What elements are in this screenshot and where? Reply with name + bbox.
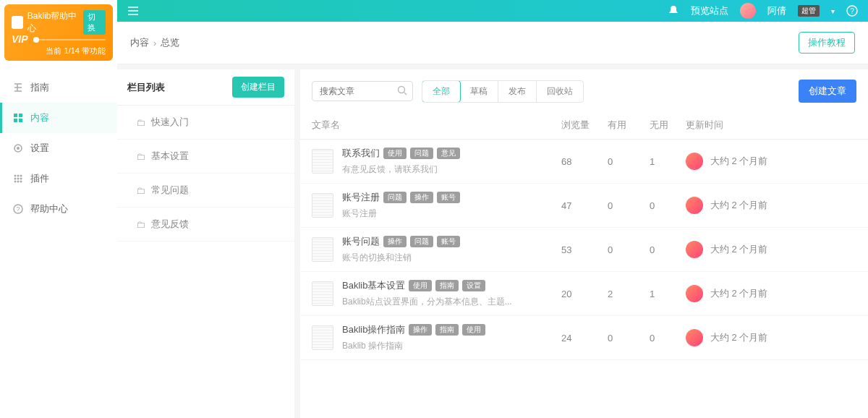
bell-icon[interactable] [668, 5, 679, 17]
article-tag: 问题 [383, 192, 407, 203]
cell-useless: 0 [650, 333, 686, 344]
table-row[interactable]: 账号问题 操作问题账号 账号的切换和注销 53 0 0 大约 2 个月前 [300, 228, 868, 272]
article-tag: 操作 [409, 324, 432, 336]
table-row[interactable]: Baklib基本设置 使用指南设置 Baklib站点设置界面，分为基本信息、主题… [300, 272, 868, 316]
article-tag: 使用 [383, 148, 407, 159]
author-avatar [686, 285, 703, 302]
svg-point-10 [17, 178, 20, 180]
cell-views: 20 [561, 289, 608, 299]
create-article-button[interactable]: 创建文章 [799, 80, 856, 103]
article-desc: Baklib 操作指南 [342, 340, 561, 352]
article-tag: 指南 [435, 324, 459, 336]
article-tag: 指南 [435, 280, 459, 291]
nav-plugins[interactable]: 插件 [0, 163, 117, 194]
cell-useful: 0 [608, 244, 650, 255]
article-title[interactable]: 账号注册 [342, 191, 380, 204]
filter-published[interactable]: 发布 [498, 81, 537, 102]
breadcrumb-current: 总览 [161, 36, 179, 49]
guide-icon [13, 82, 23, 93]
table-row[interactable]: Baklib操作指南 操作指南使用 Baklib 操作指南 24 0 0 大约 … [300, 316, 868, 360]
user-role-badge: 超管 [798, 5, 820, 17]
search-icon[interactable] [397, 85, 407, 95]
help-circle-icon[interactable]: ? [846, 5, 858, 17]
doc-thumb-icon [312, 237, 333, 262]
article-tag: 问题 [410, 148, 433, 159]
site-logo [12, 16, 23, 29]
vip-progress [33, 39, 106, 40]
chevron-down-icon[interactable]: ▾ [831, 7, 835, 15]
article-desc: Baklib站点设置界面，分为基本信息、主题... [342, 296, 561, 308]
svg-rect-2 [14, 119, 17, 122]
nav-settings[interactable]: 设置 [0, 133, 117, 163]
folder-icon: 🗀 [136, 151, 145, 162]
cell-useless: 1 [650, 289, 686, 299]
user-name: 阿倩 [767, 4, 786, 17]
author-avatar [686, 329, 703, 346]
cell-useless: 1 [650, 156, 686, 167]
nav-content[interactable]: 内容 [0, 103, 117, 133]
table-header: 文章名 浏览量 有用 无用 更新时间 [300, 111, 868, 140]
column-item[interactable]: 🗀 基本设置 [117, 140, 294, 174]
article-desc: 有意见反馈，请联系我们 [342, 163, 561, 176]
svg-point-11 [20, 178, 22, 180]
svg-point-6 [14, 175, 17, 177]
folder-icon: 🗀 [136, 185, 145, 196]
table-row[interactable]: 账号注册 问题操作账号 账号注册 47 0 0 大约 2 个月前 [300, 184, 868, 228]
cell-useful: 0 [608, 333, 650, 344]
article-tag: 账号 [437, 192, 460, 203]
article-tag: 使用 [409, 280, 432, 291]
svg-point-19 [399, 87, 405, 93]
svg-text:?: ? [16, 205, 20, 213]
create-column-button[interactable]: 创建栏目 [232, 77, 284, 98]
tutorial-button[interactable]: 操作教程 [799, 32, 855, 54]
article-tag: 意见 [437, 148, 460, 159]
breadcrumb-root[interactable]: 内容 [130, 36, 149, 49]
vip-card: Baklib帮助中心 切换 VIP 当前 1/14 带功能 [4, 4, 113, 61]
cell-time: 大约 2 个月前 [710, 243, 767, 256]
article-title[interactable]: 联系我们 [342, 147, 380, 160]
doc-thumb-icon [312, 281, 333, 306]
nav-help[interactable]: ? 帮助中心 [0, 194, 117, 224]
menu-toggle-icon[interactable] [127, 6, 139, 16]
user-avatar[interactable] [740, 3, 756, 19]
cell-time: 大约 2 个月前 [710, 287, 767, 300]
folder-icon: 🗀 [136, 117, 145, 128]
svg-rect-0 [14, 114, 17, 117]
column-item[interactable]: 🗀 常见问题 [117, 174, 294, 208]
doc-thumb-icon [312, 193, 333, 218]
cell-views: 68 [561, 156, 608, 167]
article-title[interactable]: 账号问题 [342, 235, 380, 248]
author-avatar [686, 153, 703, 170]
nav-guide[interactable]: 指南 [0, 72, 117, 103]
cell-time: 大约 2 个月前 [710, 331, 767, 344]
table-row[interactable]: 联系我们 使用问题意见 有意见反馈，请联系我们 68 0 1 大约 2 个月前 [300, 140, 868, 184]
gear-icon [13, 143, 23, 153]
cell-views: 24 [561, 333, 608, 344]
svg-point-8 [20, 175, 22, 177]
switch-site-button[interactable]: 切换 [83, 10, 106, 35]
article-panel: 全部 草稿 发布 回收站 创建文章 文章名 浏览量 有用 无用 更新时间 [300, 69, 868, 418]
article-tag: 设置 [462, 280, 485, 291]
th-time: 更新时间 [686, 119, 856, 132]
article-title[interactable]: Baklib操作指南 [342, 323, 405, 336]
column-item[interactable]: 🗀 意见反馈 [117, 208, 294, 242]
article-tag: 问题 [410, 236, 433, 247]
svg-point-5 [17, 147, 20, 150]
cell-time: 大约 2 个月前 [710, 155, 767, 168]
filter-trash[interactable]: 回收站 [537, 81, 583, 102]
doc-thumb-icon [312, 149, 333, 174]
left-sidebar: Baklib帮助中心 切换 VIP 当前 1/14 带功能 指南 内容 设置 [0, 0, 117, 418]
vip-badge: VIP [12, 33, 28, 45]
nav-label: 内容 [30, 111, 49, 124]
article-title[interactable]: Baklib基本设置 [342, 279, 405, 292]
doc-thumb-icon [312, 325, 333, 350]
cell-useful: 2 [608, 289, 650, 299]
filter-all[interactable]: 全部 [422, 80, 461, 103]
topbar: 预览站点 阿倩 超管 ▾ ? [117, 0, 868, 22]
column-panel: 栏目列表 创建栏目 🗀 快速入门 🗀 基本设置 🗀 常见问题 🗀 意 [117, 69, 294, 418]
column-item[interactable]: 🗀 快速入门 [117, 106, 294, 140]
filter-draft[interactable]: 草稿 [460, 81, 498, 102]
column-panel-title: 栏目列表 [127, 81, 165, 94]
cell-useful: 0 [608, 200, 650, 211]
preview-site-link[interactable]: 预览站点 [691, 4, 728, 17]
